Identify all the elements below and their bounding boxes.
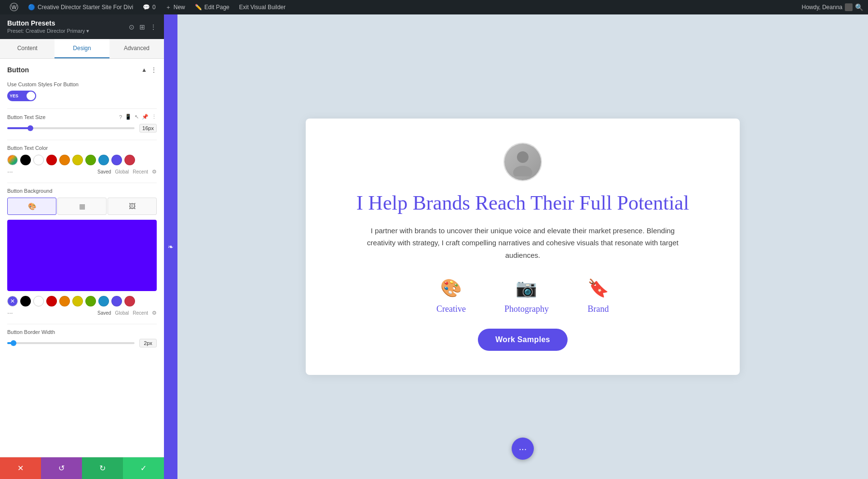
toggle-knob [27,92,35,100]
color-swatch-green[interactable] [85,155,96,165]
bg-swatch-white[interactable] [33,296,44,306]
section-collapse-icon[interactable]: ▲ [141,67,147,73]
admin-bar-new[interactable]: ＋ New [161,0,190,14]
photography-icon: 📷 [515,278,537,298]
color-swatch-red[interactable] [46,155,57,165]
text-size-cursor-icon[interactable]: ↖ [135,114,139,120]
admin-bar: ⓦ 🔵 Creative Director Starter Site For D… [0,0,868,14]
bg-swatch-purple[interactable] [111,296,122,306]
admin-bar-comments[interactable]: 💬 0 [138,0,161,14]
save-button[interactable]: ✓ [123,457,164,479]
text-size-more-icon[interactable]: ⋮ [151,114,157,120]
color-swatch-white[interactable] [33,155,44,165]
wp-logo-icon[interactable]: ⓦ [5,0,23,14]
bg-color-picker-icon[interactable]: ✕ [7,296,18,306]
svg-point-0 [517,151,529,163]
bg-label: Button Background [7,188,157,194]
brand-icon: 🔖 [587,278,609,298]
preview-cta-button[interactable]: Work Samples [478,329,568,351]
border-width-slider-row: 2px [7,339,157,347]
admin-bar-exit-builder[interactable]: Exit Visual Builder [234,0,291,14]
text-size-pin-icon[interactable]: 📌 [142,114,149,120]
panel-layout-icon[interactable]: ⊞ [139,23,145,31]
text-size-help-icon[interactable]: ? [119,114,122,120]
bg-image-btn[interactable]: 🖼 [108,198,157,215]
panel-header-icons: ⊙ ⊞ ⋮ [129,23,157,31]
text-size-slider-fill [7,127,30,129]
border-width-value[interactable]: 2px [139,339,157,347]
bg-swatch-green[interactable] [85,296,96,306]
bottom-toolbar: ✕ ↺ ↻ ✓ [0,457,164,479]
bg-color-btn[interactable]: 🎨 [7,198,56,215]
bg-swatch-blue[interactable] [98,296,109,306]
bg-color-swatches: ✕ [7,296,157,306]
bg-recent-label[interactable]: Recent [133,310,148,316]
border-width-slider-track [7,342,135,344]
preview-subtext: I partner with brands to uncover their u… [359,225,687,262]
bg-gradient-btn[interactable]: ▦ [57,198,107,215]
color-meta-gear-icon[interactable]: ⚙ [152,169,157,175]
admin-bar-avatar [845,3,853,11]
admin-bar-edit-page[interactable]: ✏️ Edit Page [190,0,234,14]
text-size-row: Button Text Size ? 📱 ↖ 📌 ⋮ 16px [7,114,157,133]
color-swatch-pink[interactable] [124,155,135,165]
bg-global-label[interactable]: Global [115,310,129,316]
custom-styles-label: Use Custom Styles For Button [7,81,157,88]
border-width-row: Button Border Width 2px [7,329,157,347]
cancel-button[interactable]: ✕ [0,457,41,479]
admin-bar-search-icon[interactable]: 🔍 [855,3,863,11]
border-width-thumb [11,340,16,346]
panel-settings-icon[interactable]: ⊙ [129,23,135,31]
preview-icon-creative: 🎨 Creative [436,278,466,314]
border-width-label: Button Border Width [7,329,157,335]
admin-bar-left: ⓦ 🔵 Creative Director Starter Site For D… [5,0,802,14]
preview-icons-row: 🎨 Creative 📷 Photography 🔖 Brand [436,278,609,314]
panel-subtitle[interactable]: Preset: Creative Director Primary ▾ [7,28,89,34]
svg-point-1 [513,166,532,176]
collapse-tab[interactable]: ❧ [164,14,177,479]
bg-type-icons: 🎨 ▦ 🖼 [7,198,157,215]
color-swatch-orange[interactable] [59,155,70,165]
section-more-icon[interactable]: ⋮ [151,67,157,73]
text-size-value[interactable]: 16px [139,124,157,133]
color-recent-label[interactable]: Recent [133,169,148,174]
bg-swatch-red[interactable] [46,296,57,306]
brand-label: Brand [587,304,609,314]
text-color-row: Button Text Color ✕ ··· Saved [7,145,157,175]
bg-color-meta-dots[interactable]: ··· [7,309,13,317]
bg-saved-label[interactable]: Saved [97,310,111,316]
bg-swatch-black[interactable] [20,296,31,306]
preview-avatar [503,143,542,181]
creative-label: Creative [436,304,466,314]
redo-button[interactable]: ↻ [82,457,123,479]
preview-heading: I Help Brands Reach Their Full Potential [356,191,689,215]
color-meta-dots[interactable]: ··· [7,168,13,175]
bg-swatch-pink[interactable] [124,296,135,306]
bg-gear-icon[interactable]: ⚙ [152,310,157,316]
text-size-slider-thumb [27,125,33,131]
button-section-header: Button ▲ ⋮ [7,66,157,74]
color-swatch-purple[interactable] [111,155,122,165]
color-swatch-yellow[interactable] [72,155,83,165]
tab-advanced[interactable]: Advanced [109,39,164,58]
color-global-label[interactable]: Global [115,169,129,174]
panel-more-icon[interactable]: ⋮ [150,23,157,31]
reset-button[interactable]: ↺ [41,457,82,479]
color-picker-open-icon[interactable]: ✕ [7,155,18,165]
color-swatch-black[interactable] [20,155,31,165]
custom-styles-toggle[interactable]: YES [7,91,36,101]
admin-bar-site-link[interactable]: 🔵 Creative Director Starter Site For Div… [23,0,138,14]
color-swatch-blue[interactable] [98,155,109,165]
panel-header: Button Presets Preset: Creative Director… [0,14,164,39]
fab-button[interactable]: ··· [512,438,534,460]
text-size-mobile-icon[interactable]: 📱 [125,114,132,120]
text-color-label: Button Text Color [7,145,157,151]
text-size-icons: ? 📱 ↖ 📌 ⋮ [119,114,157,120]
bg-swatch-yellow[interactable] [72,296,83,306]
tab-design[interactable]: Design [54,39,109,58]
bg-color-preview[interactable] [7,220,157,291]
bg-swatch-orange[interactable] [59,296,70,306]
panel-title: Button Presets [7,19,89,27]
tab-content[interactable]: Content [0,39,54,58]
color-saved-label[interactable]: Saved [97,169,111,174]
